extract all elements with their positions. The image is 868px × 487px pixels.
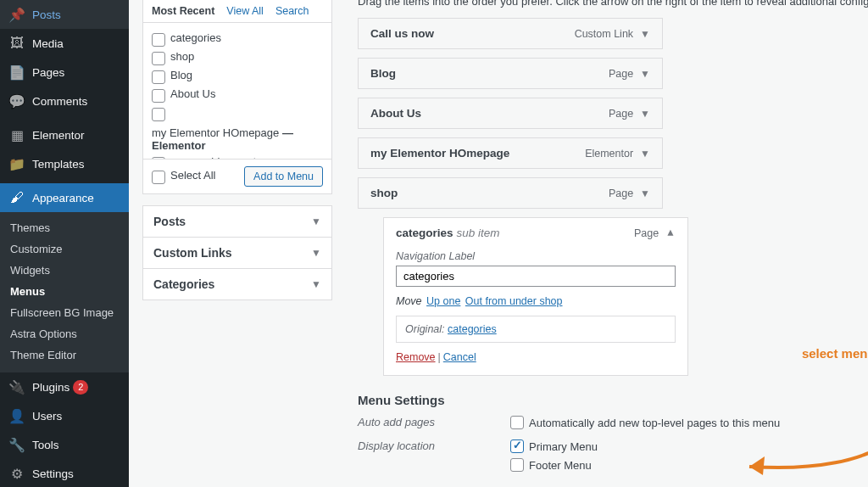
- menu-item-type: Page▼: [609, 68, 650, 80]
- main-content: Most Recent View All Search categories s…: [129, 0, 868, 487]
- submenu-customize[interactable]: Customize: [0, 238, 129, 260]
- sidebar-label: Settings: [32, 467, 74, 480]
- menu-item-type: Page▼: [609, 108, 650, 120]
- page-check-row[interactable]: shop: [152, 48, 326, 67]
- page-label: my new blog post — Elementor: [170, 155, 326, 159]
- move-controls: Move Up one Out from under shop: [396, 295, 676, 307]
- submenu-themes[interactable]: Themes: [0, 217, 129, 238]
- sidebar-item-tools[interactable]: 🔧Tools: [0, 430, 129, 459]
- help-text: Drag the items into the order you prefer…: [358, 0, 868, 14]
- cancel-link[interactable]: Cancel: [443, 351, 476, 363]
- page-check-row[interactable]: Blog: [152, 67, 326, 86]
- submenu-theme-editor[interactable]: Theme Editor: [0, 344, 129, 366]
- sidebar-item-plugins[interactable]: 🔌Plugins2: [0, 372, 129, 401]
- sidebar-item-templates[interactable]: 📁Templates: [0, 149, 129, 178]
- menu-item-homepage[interactable]: my Elementor HOmepageElementor▼: [358, 137, 663, 169]
- original-link[interactable]: categories: [448, 323, 497, 335]
- sidebar-item-pages[interactable]: 📄Pages: [0, 58, 129, 87]
- submenu-fullscreen[interactable]: Fullscreen BG Image: [0, 302, 129, 323]
- primary-menu-checkbox[interactable]: [510, 439, 524, 453]
- plugin-icon: 🔌: [8, 378, 25, 395]
- wrench-icon: 🔧: [8, 436, 25, 453]
- select-all-row[interactable]: Select All: [152, 167, 215, 186]
- page-check-row[interactable]: About Us: [152, 86, 326, 104]
- caret-down-icon: ▼: [311, 278, 321, 290]
- auto-add-option[interactable]: Automatically add new top-level pages to…: [510, 416, 780, 429]
- page-label: shop: [170, 50, 194, 63]
- sidebar-item-comments[interactable]: 💬Comments: [0, 87, 129, 115]
- caret-down-icon: ▼: [640, 68, 650, 80]
- submenu-menus[interactable]: Menus: [0, 281, 129, 302]
- menu-item-about[interactable]: About UsPage▼: [358, 98, 663, 129]
- page-checkbox[interactable]: [152, 33, 165, 47]
- posts-panel[interactable]: Posts▼: [142, 205, 332, 238]
- pages-panel: Most Recent View All Search categories s…: [142, 0, 332, 194]
- page-check-row[interactable]: categories: [152, 30, 326, 48]
- auto-add-checkbox[interactable]: [510, 416, 524, 429]
- add-items-column: Most Recent View All Search categories s…: [129, 0, 332, 487]
- page-label: About Us: [170, 87, 215, 100]
- page-checkbox[interactable]: [152, 157, 165, 159]
- menu-item-type: Custom Link▼: [575, 28, 650, 40]
- footer-menu-option[interactable]: Footer Menu: [510, 458, 598, 472]
- menu-item-type: Page▼: [634, 227, 676, 239]
- menu-items-list: Call us nowCustom Link▼ BlogPage▼ About …: [358, 14, 868, 376]
- submenu-astra[interactable]: Astra Options: [0, 323, 129, 344]
- select-all-label: Select All: [170, 169, 215, 182]
- primary-menu-option[interactable]: Primary Menu: [510, 439, 598, 453]
- sidebar-item-settings[interactable]: ⚙Settings: [0, 459, 129, 487]
- menu-item-label: Blog: [370, 67, 396, 80]
- categories-panel[interactable]: Categories▼: [142, 268, 332, 300]
- menu-item-shop[interactable]: shopPage▼: [358, 177, 663, 209]
- settings-title: Menu Settings: [358, 393, 868, 407]
- nav-label-title: Navigation Label: [396, 250, 676, 262]
- tab-view-all[interactable]: View All: [226, 0, 264, 22]
- menu-item-label: About Us: [370, 107, 421, 120]
- page-checkbox[interactable]: [152, 70, 165, 84]
- menu-item-label: shop: [370, 187, 398, 199]
- menu-item-call-us[interactable]: Call us nowCustom Link▼: [358, 18, 663, 49]
- menu-item-blog[interactable]: BlogPage▼: [358, 58, 663, 89]
- custom-links-panel[interactable]: Custom Links▼: [142, 237, 332, 269]
- move-up-link[interactable]: Up one: [426, 295, 460, 307]
- sidebar-item-users[interactable]: 👤Users: [0, 401, 129, 430]
- remove-link[interactable]: Remove: [396, 351, 436, 363]
- sidebar-label: Templates: [32, 158, 85, 171]
- menu-item-label: Call us now: [370, 27, 434, 40]
- submenu-widgets[interactable]: Widgets: [0, 260, 129, 281]
- sidebar-item-elementor[interactable]: ▦Elementor: [0, 120, 129, 149]
- sidebar-item-posts[interactable]: 📌Posts: [0, 0, 129, 29]
- tab-most-recent[interactable]: Most Recent: [152, 0, 214, 22]
- footer-menu-checkbox[interactable]: [510, 458, 524, 472]
- auto-add-row: Auto add pages Automatically add new top…: [358, 416, 868, 434]
- elementor-icon: ▦: [8, 126, 25, 143]
- add-to-menu-button[interactable]: Add to Menu: [244, 166, 323, 187]
- comment-icon: 💬: [8, 92, 25, 109]
- sidebar-item-appearance[interactable]: 🖌Appearance: [0, 183, 129, 212]
- move-out-link[interactable]: Out from under shop: [465, 295, 563, 307]
- menu-structure-column: Drag the items into the order you prefer…: [332, 0, 868, 487]
- page-checkbox[interactable]: [152, 52, 165, 65]
- page-label: Blog: [170, 69, 192, 81]
- tab-search[interactable]: Search: [275, 0, 309, 22]
- panel-title: Categories: [153, 277, 214, 291]
- user-icon: 👤: [8, 407, 25, 424]
- sidebar-item-media[interactable]: 🖼Media: [0, 29, 129, 58]
- pages-checklist[interactable]: categories shop Blog About Us my Element…: [143, 23, 331, 159]
- caret-up-icon: ▼: [665, 227, 676, 239]
- menu-item-label: categoriessub item: [396, 227, 500, 239]
- select-all-checkbox[interactable]: [152, 171, 165, 184]
- page-checkbox[interactable]: [152, 89, 165, 103]
- auto-add-label: Auto add pages: [358, 416, 510, 428]
- navigation-label-input[interactable]: [396, 266, 676, 287]
- page-icon: 📄: [8, 64, 25, 81]
- sidebar-label: Pages: [32, 66, 64, 79]
- page-checkbox[interactable]: [152, 108, 165, 121]
- page-check-row[interactable]: my Elementor HOmepage — Elementor: [152, 104, 326, 154]
- sidebar-label: Tools: [32, 439, 59, 451]
- gear-icon: ⚙: [8, 465, 25, 482]
- appearance-submenu: Themes Customize Widgets Menus Fullscree…: [0, 212, 129, 372]
- media-icon: 🖼: [8, 35, 25, 52]
- page-check-row[interactable]: my new blog post — Elementor: [152, 154, 326, 159]
- brush-icon: 🖌: [8, 189, 25, 206]
